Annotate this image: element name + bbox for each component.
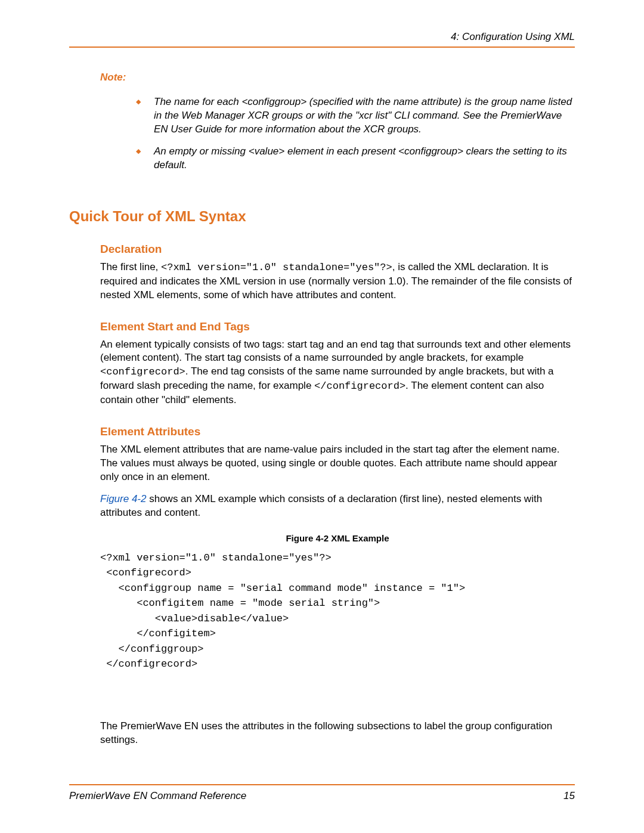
code-block: <?xml version="1.0" standalone="yes"?> <… [100, 550, 575, 672]
paragraph: The XML element attributes that are name… [100, 443, 575, 484]
subsection-heading-declaration: Declaration [100, 243, 575, 256]
footer-doc-title: PremierWave EN Command Reference [69, 790, 246, 802]
text: An element typically consists of two tag… [100, 339, 571, 364]
subsection-heading-tags: Element Start and End Tags [100, 320, 575, 333]
paragraph: The first line, <?xml version="1.0" stan… [100, 261, 575, 302]
paragraph: Figure 4-2 shows an XML example which co… [100, 493, 575, 520]
page-footer: PremierWave EN Command Reference 15 [69, 784, 575, 802]
paragraph: An element typically consists of two tag… [100, 338, 575, 408]
figure-caption: Figure 4-2 XML Example [100, 533, 575, 543]
note-list: The name for each <configgroup> (specifi… [100, 95, 575, 172]
note-item: An empty or missing <value> element in e… [136, 145, 575, 172]
running-header: 4: Configuration Using XML [69, 31, 575, 43]
note-item: The name for each <configgroup> (specifi… [136, 95, 575, 137]
page: 4: Configuration Using XML Note: The nam… [0, 0, 644, 833]
figure-reference-link[interactable]: Figure 4-2 [100, 493, 146, 504]
inline-code: <?xml version="1.0" standalone="yes"?> [161, 262, 392, 273]
footer-rule [69, 784, 575, 785]
content-area: Note: The name for each <configgroup> (s… [69, 48, 575, 747]
section-heading: Quick Tour of XML Syntax [69, 208, 575, 225]
footer-page-number: 15 [564, 790, 575, 802]
paragraph: The PremierWave EN uses the attributes i… [100, 720, 575, 747]
inline-code: </configrecord> [314, 380, 405, 392]
text: shows an XML example which consists of a… [100, 493, 542, 518]
text: The first line, [100, 261, 161, 272]
inline-code: <configrecord> [100, 366, 185, 377]
note-label: Note: [100, 72, 575, 83]
subsection-heading-attributes: Element Attributes [100, 425, 575, 438]
